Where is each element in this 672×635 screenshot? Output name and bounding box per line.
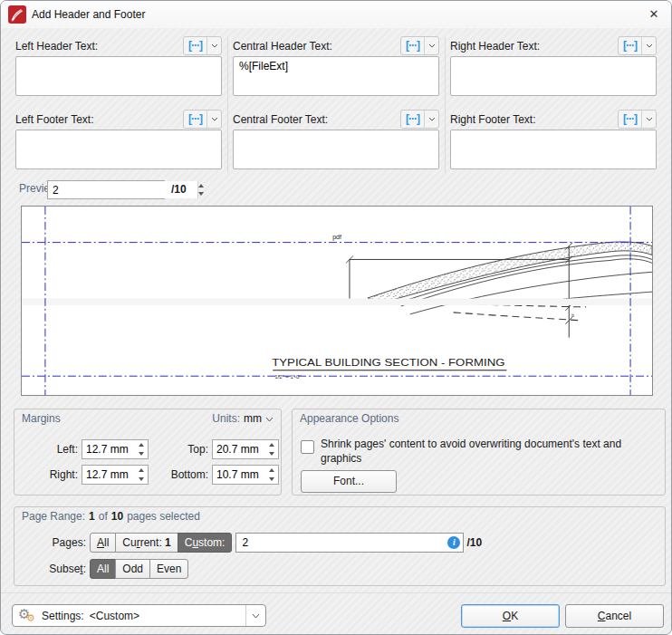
subset-odd-button[interactable]: Odd bbox=[115, 559, 150, 579]
preview-page-spinner[interactable] bbox=[47, 180, 165, 199]
margin-left-spinner[interactable] bbox=[82, 439, 149, 459]
right-footer-input[interactable] bbox=[450, 130, 657, 169]
appearance-title: Appearance Options bbox=[300, 409, 398, 428]
units-label: Units: bbox=[212, 409, 240, 428]
subset-segmented-control: All Odd Even bbox=[90, 559, 188, 579]
spin-up-icon[interactable] bbox=[134, 440, 148, 449]
right-header-cell: Right Header Text: [···] bbox=[450, 35, 657, 99]
cancel-button[interactable]: Cancel bbox=[565, 604, 664, 628]
units-dropdown[interactable]: Units: mm bbox=[212, 409, 274, 428]
macro-icon: [···] bbox=[184, 111, 206, 128]
units-value: mm bbox=[244, 409, 262, 428]
drawing-title: TYPICAL BUILDING SECTION - FORMING bbox=[272, 357, 504, 368]
custom-pages-input[interactable] bbox=[235, 533, 464, 553]
macro-icon: [···] bbox=[619, 111, 641, 128]
left-footer-macro-button[interactable]: [···] bbox=[183, 110, 222, 129]
spin-up-icon[interactable] bbox=[264, 466, 278, 475]
left-footer-cell: Left Footer Text: [···] bbox=[15, 109, 222, 172]
chevron-down-icon bbox=[641, 37, 656, 54]
margin-top-input[interactable] bbox=[213, 440, 264, 458]
right-footer-label: Right Footer Text: bbox=[450, 113, 536, 126]
close-icon[interactable]: ✕ bbox=[645, 6, 663, 23]
chevron-down-icon bbox=[641, 111, 656, 128]
custom-pages-total: /10 bbox=[466, 536, 482, 549]
app-icon bbox=[8, 5, 26, 24]
page-range-total: 10 bbox=[111, 507, 123, 525]
page-range-of: of bbox=[99, 507, 108, 525]
central-header-label: Central Header Text: bbox=[233, 40, 332, 53]
spin-down-icon[interactable] bbox=[264, 475, 278, 484]
central-footer-input[interactable] bbox=[233, 130, 439, 169]
subset-label: Subset: bbox=[14, 563, 86, 575]
margin-right-input[interactable] bbox=[82, 466, 134, 484]
right-footer-macro-button[interactable]: [···] bbox=[618, 110, 657, 129]
appearance-options-group: Appearance Options Shrink pages' content… bbox=[292, 409, 666, 495]
spin-down-icon[interactable] bbox=[264, 449, 278, 458]
right-header-input[interactable] bbox=[450, 56, 657, 96]
settings-label: Settings: bbox=[42, 610, 84, 622]
chevron-down-icon bbox=[424, 111, 438, 128]
preview-total-pages: /10 bbox=[171, 183, 187, 196]
page-range-group: Page Range: 1 of 10 pages selected Pages… bbox=[14, 506, 666, 586]
spin-down-icon[interactable] bbox=[134, 475, 148, 484]
left-header-input[interactable] bbox=[15, 56, 222, 96]
subset-all-button[interactable]: All bbox=[90, 559, 116, 579]
pages-current-button[interactable]: Current: 1 bbox=[115, 533, 178, 553]
central-footer-cell: Central Footer Text: [···] bbox=[233, 109, 439, 172]
margin-bottom-spinner[interactable] bbox=[212, 465, 279, 485]
subset-even-button[interactable]: Even bbox=[149, 559, 188, 579]
spin-up-icon[interactable] bbox=[198, 181, 204, 190]
pages-all-button[interactable]: All bbox=[90, 533, 116, 553]
central-footer-macro-button[interactable]: [···] bbox=[400, 110, 439, 129]
right-header-label: Right Header Text: bbox=[450, 40, 540, 53]
central-header-macro-button[interactable]: [···] bbox=[400, 36, 439, 55]
chevron-down-icon bbox=[206, 37, 221, 54]
column-divider bbox=[445, 37, 446, 173]
rendered-header-text: pdf bbox=[332, 234, 341, 241]
page-range-title: Page Range: bbox=[22, 507, 85, 525]
macro-icon: [···] bbox=[401, 37, 424, 54]
spin-up-icon[interactable] bbox=[264, 440, 278, 449]
margin-right-label: Right: bbox=[25, 468, 78, 481]
margins-title: Margins bbox=[22, 409, 61, 428]
right-header-macro-button[interactable]: [···] bbox=[618, 36, 657, 55]
chevron-down-icon bbox=[265, 409, 274, 428]
pages-label: Pages: bbox=[14, 536, 86, 549]
margin-top-label: Top: bbox=[149, 443, 208, 456]
preview-page: b TYPICAL BUILDING SECTION - FORMING 1/2… bbox=[21, 206, 653, 396]
macro-icon: [···] bbox=[184, 37, 206, 54]
pages-segmented-control: All Current: 1 Custom: bbox=[90, 533, 232, 553]
margin-right-spinner[interactable] bbox=[82, 465, 149, 485]
margin-bottom-input[interactable] bbox=[213, 466, 264, 484]
column-divider bbox=[227, 37, 228, 173]
spin-up-icon[interactable] bbox=[134, 466, 148, 475]
left-header-label: Left Header Text: bbox=[15, 40, 98, 53]
left-header-cell: Left Header Text: [···] bbox=[15, 35, 222, 99]
left-footer-input[interactable] bbox=[15, 130, 222, 169]
chevron-down-icon bbox=[424, 37, 438, 54]
chevron-down-icon bbox=[206, 111, 221, 128]
margin-top-spinner[interactable] bbox=[212, 439, 279, 459]
margins-group: Margins Units: mm Left: Top: Right: bbox=[14, 409, 282, 495]
ok-button[interactable]: OK bbox=[461, 604, 560, 628]
central-header-input[interactable] bbox=[233, 56, 439, 96]
pages-custom-button[interactable]: Custom: bbox=[178, 533, 233, 553]
macro-icon: [···] bbox=[619, 37, 641, 54]
spin-down-icon[interactable] bbox=[134, 449, 148, 458]
page-range-selected-count: 1 bbox=[89, 507, 95, 525]
central-footer-label: Central Footer Text: bbox=[233, 113, 328, 126]
font-button[interactable]: Font... bbox=[301, 470, 397, 493]
chevron-down-icon bbox=[245, 605, 265, 626]
gear-icon: ⚙⚙ bbox=[18, 607, 38, 625]
margin-left-input[interactable] bbox=[82, 440, 134, 458]
settings-dropdown[interactable]: ⚙⚙ Settings: <Custom> bbox=[12, 604, 266, 627]
left-header-macro-button[interactable]: [···] bbox=[183, 36, 222, 55]
shrink-content-checkbox[interactable] bbox=[301, 440, 314, 454]
bottom-divider bbox=[1, 592, 671, 593]
custom-pages-field: i bbox=[235, 533, 464, 553]
margin-left-label: Left: bbox=[25, 443, 78, 456]
spin-down-icon[interactable] bbox=[198, 190, 204, 199]
shrink-content-label: Shrink pages' content to avoid overwriti… bbox=[321, 438, 658, 466]
spinner-arrows[interactable] bbox=[197, 181, 204, 198]
dialog-title: Add Header and Footer bbox=[32, 1, 145, 28]
